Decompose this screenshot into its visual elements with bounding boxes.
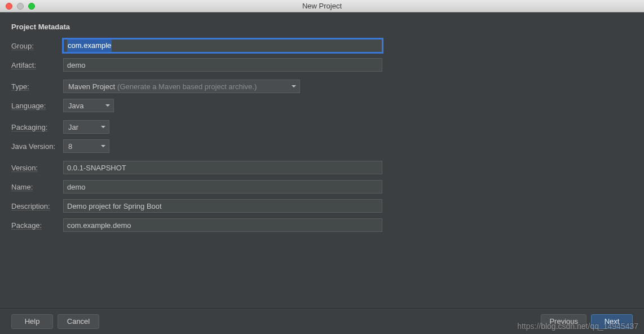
label-package: Package:: [11, 221, 63, 230]
close-icon[interactable]: [6, 3, 12, 10]
version-input[interactable]: [63, 161, 382, 174]
next-button[interactable]: Next: [591, 314, 633, 329]
label-packaging: Packaging:: [11, 123, 63, 131]
chevron-down-icon: [101, 144, 105, 148]
packaging-select-value: Jar: [68, 123, 78, 131]
language-select[interactable]: Java: [63, 99, 114, 112]
title-bar: New Project: [0, 0, 644, 12]
chevron-down-icon: [105, 103, 110, 108]
window-controls: [0, 3, 35, 10]
label-type: Type:: [11, 82, 63, 91]
row-artifact: Artifact:: [11, 58, 633, 72]
group-input-text: com.example: [67, 39, 112, 52]
content-area: Project Metadata Group: com.example Arti…: [0, 12, 644, 308]
row-type: Type: Maven Project (Generate a Maven ba…: [11, 80, 633, 93]
footer: Help Cancel Previous Next: [0, 308, 644, 334]
type-select-hint: (Generate a Maven based project archive.…: [117, 82, 257, 91]
type-select[interactable]: Maven Project (Generate a Maven based pr…: [63, 80, 300, 93]
row-group: Group: com.example: [11, 39, 633, 52]
row-packaging: Packaging: Jar: [11, 120, 633, 134]
row-language: Language: Java: [11, 99, 633, 112]
label-name: Name:: [11, 183, 63, 191]
cancel-button[interactable]: Cancel: [58, 314, 99, 329]
minimize-icon[interactable]: [17, 3, 24, 10]
label-language: Language:: [11, 102, 63, 110]
java-version-select[interactable]: 8: [63, 139, 109, 153]
label-version: Version:: [11, 164, 63, 172]
row-description: Description:: [11, 199, 633, 213]
name-input[interactable]: [63, 180, 382, 194]
row-name: Name:: [11, 180, 633, 194]
row-package: Package:: [11, 218, 633, 232]
chevron-down-icon: [101, 125, 105, 129]
java-version-select-value: 8: [68, 142, 72, 151]
row-java-version: Java Version: 8: [11, 139, 633, 153]
label-java-version: Java Version:: [11, 142, 63, 151]
maximize-icon[interactable]: [28, 3, 35, 10]
packaging-select[interactable]: Jar: [63, 120, 109, 134]
label-group: Group:: [11, 42, 63, 50]
package-input[interactable]: [63, 218, 382, 232]
label-description: Description:: [11, 202, 63, 210]
help-button[interactable]: Help: [11, 314, 53, 329]
window-title: New Project: [0, 0, 644, 12]
label-artifact: Artifact:: [11, 61, 63, 69]
group-input[interactable]: com.example: [63, 39, 382, 52]
chevron-down-icon: [292, 84, 296, 89]
language-select-value: Java: [68, 102, 83, 110]
type-select-value: Maven Project: [68, 82, 115, 91]
section-title: Project Metadata: [11, 23, 633, 31]
artifact-input[interactable]: [63, 58, 382, 72]
row-version: Version:: [11, 161, 633, 174]
description-input[interactable]: [63, 199, 382, 213]
previous-button[interactable]: Previous: [541, 314, 586, 329]
